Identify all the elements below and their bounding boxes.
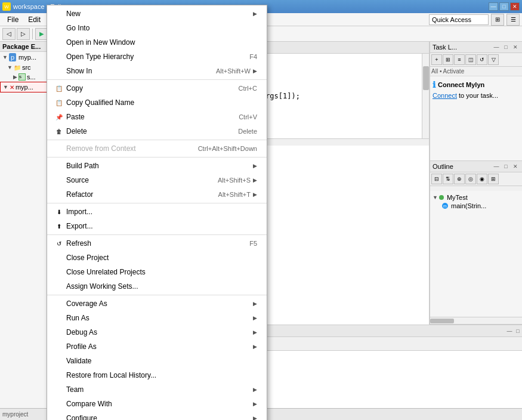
outline-item-mytest[interactable]: ▼ MyTest [433,193,520,202]
task-list-panel: Task L... — □ ✕ + ⊞ ≡ ◫ ↺ ▽ [430,42,522,161]
cm-item-icon: 🗑 [54,126,64,136]
tl-add-btn[interactable]: + [431,54,442,65]
cm-item-new[interactable]: New [47,7,267,21]
cm-item-icon [54,399,64,409]
cm-item-validate[interactable]: Validate [47,354,267,368]
cm-item-icon [54,342,64,351]
cm-item-restore-from-local-history---[interactable]: Restore from Local History... [47,368,267,382]
tl-group-btn[interactable]: ◫ [465,54,476,65]
toolbar-btn-2[interactable]: ☰ [506,14,520,26]
maximize-button[interactable]: □ [499,2,509,11]
tl-collapse-btn[interactable]: ▽ [488,54,499,65]
cm-item-coverage-as[interactable]: Coverage As [47,297,267,311]
scroll-thumb[interactable] [423,66,429,90]
outline-panel: Outline — □ ✕ ⊟ ⇅ ⊕ ◎ ◉ ⊞ [430,161,522,325]
menu-file[interactable]: File [2,14,23,25]
cm-item-label: Go Into [66,24,257,32]
console-minimize[interactable]: — [505,327,514,335]
ol-filter2-btn[interactable]: ◎ [465,174,476,184]
connect-mylyn-title: Connect Mylyn [438,81,484,88]
quick-access-label: Quick Access [432,16,471,23]
cm-item-close-project[interactable]: Close Project [47,251,267,265]
cm-item-profile-as[interactable]: Profile As [47,339,267,354]
outline-item-main[interactable]: m main(Strin... [433,202,520,210]
console-maximize[interactable]: □ [514,327,522,335]
editor-scrollbar[interactable] [422,54,429,138]
outline-hscroll[interactable] [430,317,522,324]
cm-item-configure[interactable]: Configure [47,411,267,420]
tree-item-package[interactable]: ▶ s s... [0,72,52,82]
outline-maximize-btn[interactable]: □ [502,162,510,171]
cm-item-source[interactable]: SourceAlt+Shift+S [47,173,267,187]
menu-edit[interactable]: Edit [23,14,45,25]
quick-access-input[interactable]: Quick Access [429,14,489,25]
tree-item-src[interactable]: ▼ 📁 src [0,63,52,72]
ol-filter3-btn[interactable]: ◉ [477,174,487,184]
cm-item-label: Export... [66,222,257,230]
ol-sort-btn[interactable]: ⇅ [443,174,453,184]
package-icon: s [18,73,26,81]
tree-item-selected[interactable]: ▼ ✕ myp... [0,82,52,92]
connect-link[interactable]: Connect [433,92,457,99]
cm-item-icon: ⬆ [54,221,64,231]
cm-item-team[interactable]: Team [47,382,267,397]
cm-item-build-path[interactable]: Build Path [47,159,267,173]
src-label: src [22,64,31,71]
cm-item-delete[interactable]: 🗑DeleteDelete [47,124,267,138]
cm-item-label: Team [66,385,251,394]
tb-sep-1 [32,29,33,39]
cm-item-export---[interactable]: ⬆Export... [47,219,267,233]
task-maximize-btn[interactable]: □ [502,43,510,51]
tb-back[interactable]: ◁ [2,28,16,40]
cm-item-paste[interactable]: 📌PasteCtrl+V [47,110,267,124]
task-close-btn[interactable]: ✕ [511,43,520,51]
tl-refresh-btn[interactable]: ↺ [477,54,487,65]
cm-item-copy[interactable]: 📋CopyCtrl+C [47,81,267,95]
cm-item-compare-with[interactable]: Compare With [47,397,267,411]
cm-item-copy-qualified-name[interactable]: 📋Copy Qualified Name [47,95,267,110]
ol-collapse-btn[interactable]: ⊟ [431,174,442,184]
outline-hscroll-thumb[interactable] [430,319,454,323]
tl-sort-btn[interactable]: ≡ [454,54,465,65]
cm-item-label: Open in New Window [66,38,257,47]
connect-suffix: to your task... [457,92,498,99]
tb-forward[interactable]: ▷ [17,28,30,40]
outline-minimize-btn[interactable]: — [492,162,501,171]
task-minimize-btn[interactable]: — [492,43,501,51]
cm-item-import---[interactable]: ⬇Import... [47,205,267,219]
error-icon: ✕ [10,84,14,91]
cm-item-icon [54,66,64,76]
outline-controls: — □ ✕ [492,162,520,171]
cm-item-refresh[interactable]: ↺RefreshF5 [47,236,267,251]
cm-item-icon [54,38,64,47]
cm-item-icon: 📋 [54,84,64,93]
cm-item-icon [54,282,64,291]
tl-filter-btn[interactable]: ⊞ [443,54,453,65]
cm-separator [47,203,267,203]
status-project: myproject [2,411,28,418]
minimize-button[interactable]: — [489,2,498,11]
cm-item-close-unrelated-projects[interactable]: Close Unrelated Projects [47,265,267,279]
cm-item-label: Open Type Hierarchy [66,52,237,61]
ol-filter1-btn[interactable]: ⊕ [454,174,465,184]
cm-item-icon [54,9,64,18]
toolbar-btn-1[interactable]: ⊞ [491,14,504,26]
cm-item-show-in[interactable]: Show InAlt+Shift+W [47,64,267,78]
cm-item-open-in-new-window[interactable]: Open in New Window [47,35,267,50]
cm-item-debug-as[interactable]: Debug As [47,325,267,339]
tree-item-project[interactable]: ▼ p myp... [0,52,52,63]
cm-item-refactor[interactable]: RefactorAlt+Shift+T [47,187,267,202]
ol-expand-btn[interactable]: ⊞ [488,174,499,184]
cm-item-label: Close Project [66,254,257,262]
cm-item-label: Show In [66,67,204,75]
cm-item-assign-working-sets---[interactable]: Assign Working Sets... [47,279,267,294]
cm-item-icon: 📌 [54,112,64,122]
cm-item-open-type-hierarchy[interactable]: Open Type HierarchyF4 [47,50,267,64]
folder-icon: 📁 [14,64,21,71]
close-button[interactable]: ✕ [510,2,520,11]
cm-item-icon [54,253,64,262]
cm-item-run-as[interactable]: Run As [47,311,267,325]
outline-close-btn[interactable]: ✕ [511,162,520,171]
cm-item-go-into[interactable]: Go Into [47,21,267,35]
main-label: main(Strin... [451,202,486,209]
